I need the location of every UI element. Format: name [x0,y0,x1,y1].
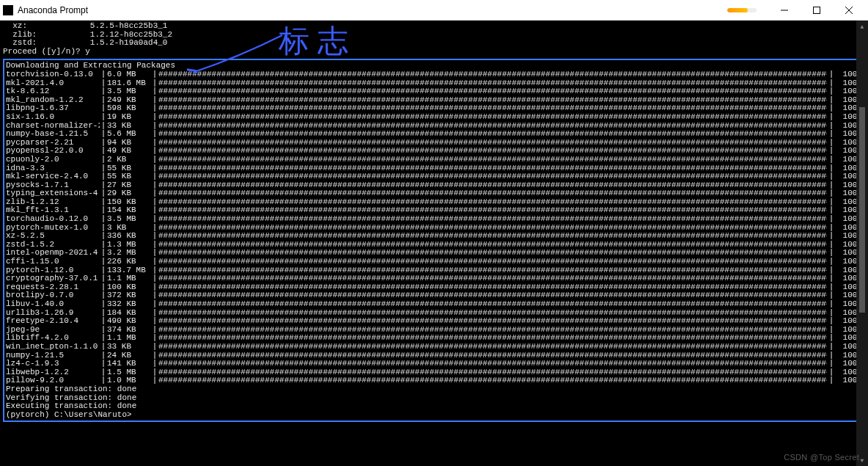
package-size: 3.5 MB [107,215,151,224]
progress-hashes: ########################################… [158,164,827,173]
package-name: cffi-1.15.0 [6,258,100,266]
package-name: xz-5.2.5 [6,232,100,241]
package-size: 141 KB [107,360,151,368]
package-name: libwebp-1.2.2 [6,368,100,377]
package-row: idna-3.3|55 KB|#########################… [6,164,862,173]
progress-hashes: ########################################… [158,122,827,131]
svg-rect-1 [814,7,820,13]
app-icon [3,5,13,15]
package-name: mkl-service-2.4.0 [6,172,100,181]
package-name: mkl_random-1.2.2 [6,96,100,105]
package-row: cffi-1.15.0|226 KB|#####################… [6,258,862,266]
terminal-line: Executing transaction: done [6,402,862,411]
scroll-up-button[interactable]: ▲ [856,21,868,32]
progress-hashes: ########################################… [158,241,827,250]
package-name: libtiff-4.2.0 [6,334,100,343]
package-size: 6.0 MB [107,70,151,79]
scroll-thumb[interactable] [859,107,865,313]
progress-hashes: ########################################… [158,139,827,148]
window-titlebar: Anaconda Prompt [0,0,868,21]
terminal-line: (pytorch) C:\Users\Naruto> [6,411,862,420]
progress-hashes: ########################################… [158,198,827,207]
package-name: zlib-1.2.12 [6,198,100,207]
taskbar-progress-icon [727,8,757,12]
package-name: tk-8.6.12 [6,87,100,96]
terminal-output[interactable]: xz: 5.2.5-h8cc25b3_1 zlib: 1.2.12-h8cc25… [0,21,868,466]
window-title: Anaconda Prompt [18,5,727,15]
progress-hashes: ########################################… [158,79,827,88]
package-name: jpeg-9e [6,326,100,335]
progress-hashes: ########################################… [158,232,827,241]
maximize-button[interactable] [801,0,833,21]
package-name: intel-openmp-2021.4. [6,249,100,258]
package-row: numpy-base-1.21.5|5.6 MB|###############… [6,130,862,139]
package-row: torchvision-0.13.0|6.0 MB|##############… [6,70,862,79]
package-name: win_inet_pton-1.1.0 [6,343,100,352]
package-size: 332 KB [107,300,151,309]
progress-hashes: ########################################… [158,130,827,139]
watermark: CSDN @Top Secret [784,453,859,462]
package-name: pycparser-2.21 [6,139,100,148]
progress-hashes: ########################################… [158,334,827,343]
package-name: torchvision-0.13.0 [6,70,100,79]
package-name: mkl_fft-1.3.1 [6,206,100,215]
progress-hashes: ########################################… [158,266,827,275]
close-button[interactable] [833,0,865,21]
package-size: 5.6 MB [107,130,151,139]
package-row: torchaudio-0.12.0|3.5 MB|###############… [6,215,862,224]
progress-hashes: ########################################… [158,360,827,368]
package-name: pysocks-1.7.1 [6,181,100,190]
package-row: pyopenssl-22.0.0|49 KB|#################… [6,147,862,156]
package-name: cpuonly-2.0 [6,156,100,164]
package-row: tk-8.6.12|3.5 MB|#######################… [6,87,862,96]
progress-hashes: ########################################… [158,96,827,105]
vertical-scrollbar[interactable]: ▲ ▼ [856,21,868,466]
download-box: Downloading and Extracting Packages torc… [3,59,865,422]
package-name: idna-3.3 [6,164,100,173]
progress-hashes: ########################################… [158,274,827,283]
package-name: charset-normalizer-2 [6,122,100,131]
package-name: pytorch-mutex-1.0 [6,224,100,233]
progress-hashes: ########################################… [158,113,827,122]
progress-hashes: ########################################… [158,147,827,156]
package-row: cpuonly-2.0|2 KB|#######################… [6,156,862,164]
package-name: torchaudio-0.12.0 [6,215,100,224]
package-row: libpng-1.6.37|598 KB|###################… [6,104,862,113]
terminal-line: xz: 5.2.5-h8cc25b3_1 [3,22,865,31]
progress-hashes: ########################################… [158,172,827,181]
progress-hashes: ########################################… [158,309,827,318]
terminal-line: zstd: 1.5.2-h19a0ad4_0 [3,39,865,48]
progress-hashes: ########################################… [158,104,827,113]
progress-hashes: ########################################… [158,156,827,164]
package-name: requests-2.28.1 [6,283,100,292]
terminal-line: Preparing transaction: done [6,385,862,394]
progress-hashes: ########################################… [158,87,827,96]
progress-hashes: ########################################… [158,317,827,326]
progress-hashes: ########################################… [158,283,827,292]
package-name: numpy-1.21.5 [6,352,100,360]
progress-hashes: ########################################… [158,368,827,377]
package-name: urllib3-1.26.9 [6,309,100,318]
package-row: win_inet_pton-1.1.0|33 KB|##############… [6,343,862,352]
package-name: lz4-c-1.9.3 [6,360,100,368]
progress-hashes: ########################################… [158,326,827,335]
package-name: brotlipy-0.7.0 [6,291,100,300]
minimize-button[interactable] [768,0,801,21]
scroll-track[interactable] [856,32,868,454]
progress-hashes: ########################################… [158,181,827,190]
package-size: 2 KB [107,156,151,164]
package-row: six-1.16.0|19 KB|#######################… [6,113,862,122]
progress-hashes: ########################################… [158,70,827,79]
terminal-line: Proceed ([y]/n)? y [3,48,865,57]
progress-hashes: ########################################… [158,291,827,300]
progress-hashes: ########################################… [158,224,827,233]
progress-hashes: ########################################… [158,249,827,258]
package-name: libuv-1.40.0 [6,300,100,309]
package-name: pyopenssl-22.0.0 [6,147,100,156]
package-name: pytorch-1.12.0 [6,266,100,275]
package-size: 226 KB [107,258,151,266]
package-name: libpng-1.6.37 [6,104,100,113]
package-name: zstd-1.5.2 [6,241,100,250]
package-name: mkl-2021.4.0 [6,79,100,88]
package-size: 19 KB [107,113,151,122]
